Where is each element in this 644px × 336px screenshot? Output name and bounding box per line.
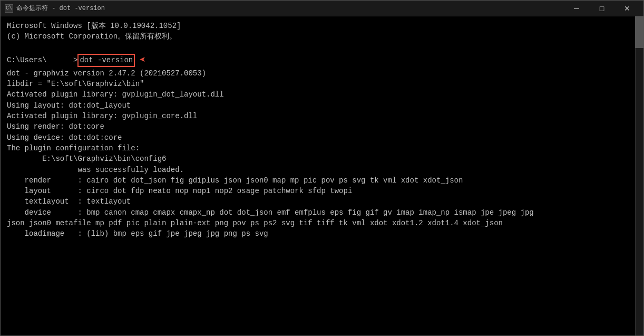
terminal-line: Microsoft Windows [版本 10.0.19042.1052] [7, 21, 637, 31]
cmd-text: dot -version [77, 54, 135, 66]
terminal-line: libdir = "E:\soft\Graphviz\bin" [7, 79, 637, 89]
terminal-cmd-line: C:\Users\ >dot -version➤ [7, 53, 637, 68]
terminal-line: E:\soft\Graphviz\bin\config6 [7, 153, 637, 164]
terminal-body: Microsoft Windows [版本 10.0.19042.1052](c… [1, 16, 643, 335]
cmd-icon: C\ [5, 4, 13, 13]
cmd-arrow: ➤ [139, 53, 145, 68]
terminal-line: textlayout : textlayout [7, 196, 637, 207]
terminal-line: was successfully loaded. [7, 165, 637, 175]
terminal-line: The plugin configuration file: [7, 143, 637, 153]
window-title: 命令提示符 - dot -version [16, 4, 105, 13]
terminal-line: Using layout: dot:dot_layout [7, 100, 637, 111]
minimize-button[interactable]: ─ [564, 1, 589, 16]
title-bar: C\ 命令提示符 - dot -version ─ □ ✕ [1, 1, 643, 16]
terminal-line: json json0 metafile mp pdf pic plain pla… [7, 218, 637, 228]
title-bar-left: C\ 命令提示符 - dot -version [5, 4, 105, 13]
terminal-line: (c) Microsoft Corporation。保留所有权利。 [7, 31, 637, 42]
scrollbar[interactable] [635, 16, 643, 335]
terminal-line: Activated plugin library: gvplugin_dot_l… [7, 89, 637, 100]
maximize-button[interactable]: □ [590, 1, 614, 16]
terminal-line: layout : circo dot fdp neato nop nop1 no… [7, 186, 637, 196]
terminal-blank-line [7, 42, 637, 53]
terminal-output: Microsoft Windows [版本 10.0.19042.1052](c… [7, 21, 637, 239]
close-button[interactable]: ✕ [615, 1, 639, 16]
window-controls: ─ □ ✕ [564, 1, 639, 16]
cmd-prompt: C:\Users\ > [7, 55, 77, 65]
terminal-line: Using render: dot:core [7, 121, 637, 132]
cmd-window: C\ 命令提示符 - dot -version ─ □ ✕ Microsoft … [0, 0, 644, 336]
terminal-line: loadimage : (lib) bmp eps gif jpe jpeg j… [7, 228, 637, 239]
terminal-line: dot - graphviz version 2.47.2 (20210527.… [7, 68, 637, 79]
scrollbar-thumb[interactable] [635, 16, 643, 48]
terminal-line: render : cairo dot dot_json fig gdiplus … [7, 175, 637, 186]
terminal-line: device : bmp canon cmap cmapx cmapx_np d… [7, 207, 637, 218]
terminal-line: Activated plugin library: gvplugin_core.… [7, 111, 637, 121]
terminal-line: Using device: dot:dot:core [7, 132, 637, 143]
